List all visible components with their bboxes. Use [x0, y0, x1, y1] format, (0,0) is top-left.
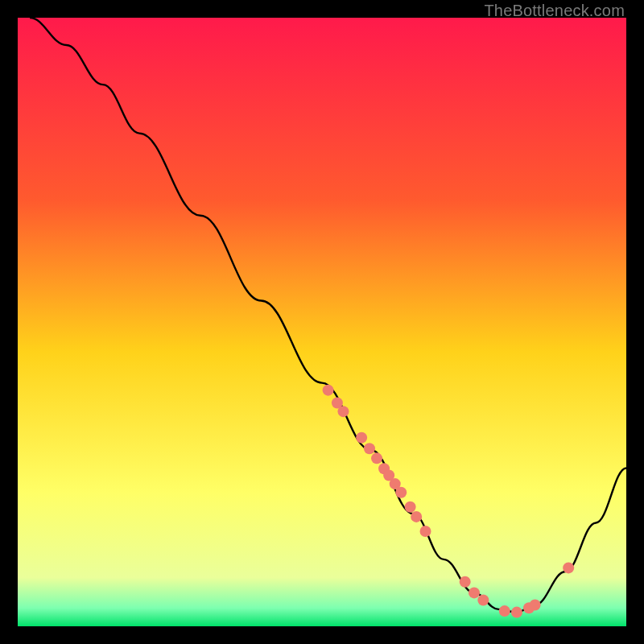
data-point: [420, 526, 431, 537]
data-point: [371, 452, 382, 464]
chart-background: [18, 18, 626, 626]
data-point: [337, 406, 349, 417]
data-point: [499, 605, 510, 617]
bottleneck-chart: [18, 18, 626, 626]
data-point: [411, 511, 422, 522]
data-point: [511, 607, 522, 618]
data-point: [356, 432, 367, 444]
chart-frame: [18, 18, 626, 626]
data-point: [469, 587, 480, 598]
data-point: [563, 562, 574, 573]
data-point: [323, 385, 334, 396]
data-point: [364, 443, 375, 454]
data-point: [395, 487, 407, 498]
data-point: [460, 576, 471, 588]
data-point: [405, 502, 416, 513]
data-point: [530, 600, 541, 611]
data-point: [477, 594, 489, 605]
